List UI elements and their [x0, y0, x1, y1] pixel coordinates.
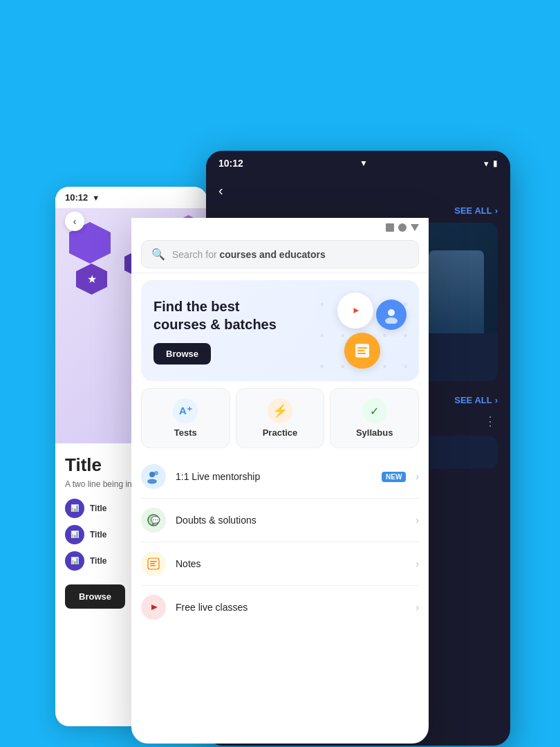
menu-item-mentorship[interactable]: 1:1 Live mentorship NEW › — [141, 455, 419, 499]
star-hexagon: ★ — [76, 264, 107, 295]
svg-point-8 — [149, 472, 155, 477]
list-item-label-1: Title — [90, 504, 106, 513]
search-placeholder-bold: courses and educators — [219, 249, 325, 260]
notes-label: Notes — [176, 558, 406, 569]
svg-point-2 — [388, 309, 395, 316]
svg-rect-5 — [357, 347, 367, 349]
see-all-chevron-2: › — [495, 395, 498, 405]
practice-icon: ⚡ — [268, 398, 292, 423]
quick-action-practice[interactable]: ⚡ Practice — [236, 388, 325, 448]
phone-back-status-bar: 10:12 ▼ — [55, 187, 207, 208]
live-classes-label: Free live classes — [176, 602, 406, 613]
doubts-label: Doubts & solutions — [176, 515, 406, 526]
mentorship-chevron: › — [416, 471, 419, 482]
doubts-chevron: › — [416, 515, 419, 526]
phone-dark-status-bar: 10:12 ▼ ▾ ▮ — [206, 151, 510, 176]
dark-status-icons: ▾ ▮ — [484, 158, 498, 169]
drawer-indicator-triangle — [411, 224, 419, 231]
svg-text:💬: 💬 — [151, 515, 160, 525]
phone-back-time: 10:12 — [65, 192, 88, 203]
course-instructor-image — [429, 250, 484, 333]
list-item-label-2: Title — [90, 530, 106, 540]
search-bar[interactable]: 🔍 Search for courses and educators — [141, 240, 419, 268]
dark-status-signal: ▼ — [360, 158, 368, 168]
syllabus-icon: ✓ — [362, 398, 387, 423]
banner-title: Find the best courses & batches — [153, 297, 330, 333]
list-icon-3: 📊 — [65, 551, 84, 571]
doubts-icon: 💬 — [141, 508, 166, 533]
list-item-label-3: Title — [90, 556, 106, 566]
svg-rect-7 — [357, 353, 366, 354]
quick-actions-row: A⁺ Tests ⚡ Practice ✓ Syllabus — [141, 388, 419, 448]
wifi-icon: ▾ — [484, 158, 489, 169]
svg-rect-16 — [150, 561, 157, 562]
banner-icons — [330, 293, 407, 369]
search-icon: 🔍 — [151, 248, 165, 261]
menu-list: 1:1 Live mentorship NEW › 💬 Doubts & sol… — [141, 455, 419, 629]
svg-point-3 — [385, 317, 398, 324]
mentorship-badge: NEW — [382, 472, 406, 482]
divider — [131, 273, 429, 273]
back-arrow-icon: ‹ — [73, 216, 77, 227]
menu-item-live-classes[interactable]: Free live classes › — [141, 586, 419, 629]
see-all-label-1: SEE ALL — [454, 205, 492, 216]
phone-front-drawer: 🔍 Search for courses and educators · · ·… — [131, 218, 429, 744]
tests-icon: A⁺ — [173, 398, 198, 423]
dark-back-arrow-icon: ‹ — [218, 183, 223, 199]
see-all-chevron-1: › — [495, 205, 498, 216]
banner-text: Find the best courses & batches Browse — [153, 297, 330, 365]
live-classes-chevron: › — [416, 602, 419, 613]
quick-action-syllabus[interactable]: ✓ Syllabus — [330, 388, 419, 448]
promo-banner: · · · · ·· · · · ·· · · · · Find the bes… — [141, 280, 419, 381]
practice-label: Practice — [263, 427, 298, 438]
drawer-indicator-square — [386, 223, 394, 232]
back-button[interactable]: ‹ — [65, 212, 84, 231]
notes-icon — [344, 333, 380, 369]
drawer-top-indicators — [131, 218, 429, 234]
notes-chevron: › — [416, 558, 419, 569]
banner-browse-button[interactable]: Browse — [153, 343, 211, 365]
dark-back-btn[interactable]: ‹ — [206, 176, 510, 205]
svg-rect-6 — [357, 350, 364, 351]
mentorship-label: 1:1 Live mentorship — [176, 471, 372, 482]
see-all-row-1[interactable]: SEE ALL › — [218, 205, 498, 216]
quick-action-tests[interactable]: A⁺ Tests — [141, 388, 230, 448]
mentorship-icon — [141, 464, 166, 489]
menu-item-notes[interactable]: Notes › — [141, 542, 419, 586]
live-classes-icon — [141, 595, 166, 620]
notes-menu-icon — [141, 551, 166, 576]
battery-icon: ▮ — [493, 158, 498, 168]
phone-back-signal-icon: ▼ — [92, 194, 100, 202]
menu-item-doubts[interactable]: 💬 Doubts & solutions › — [141, 499, 419, 542]
svg-point-10 — [147, 479, 157, 484]
tests-label: Tests — [174, 427, 197, 438]
svg-rect-18 — [150, 565, 156, 566]
list-icon-1: 📊 — [65, 499, 84, 518]
list-icon-2: 📊 — [65, 525, 84, 544]
search-placeholder-normal: Search for — [172, 249, 219, 260]
svg-point-9 — [154, 471, 158, 475]
drawer-indicator-circle — [398, 223, 407, 232]
svg-rect-17 — [150, 563, 155, 564]
phone-dark-time: 10:12 — [218, 158, 243, 169]
user-avatar-icon — [376, 299, 407, 330]
search-placeholder: Search for courses and educators — [172, 249, 326, 260]
see-all-label-2: SEE ALL — [454, 395, 492, 405]
back-phone-browse-button[interactable]: Browse — [65, 584, 125, 609]
youtube-icon — [337, 293, 373, 329]
syllabus-label: Syllabus — [356, 427, 393, 438]
